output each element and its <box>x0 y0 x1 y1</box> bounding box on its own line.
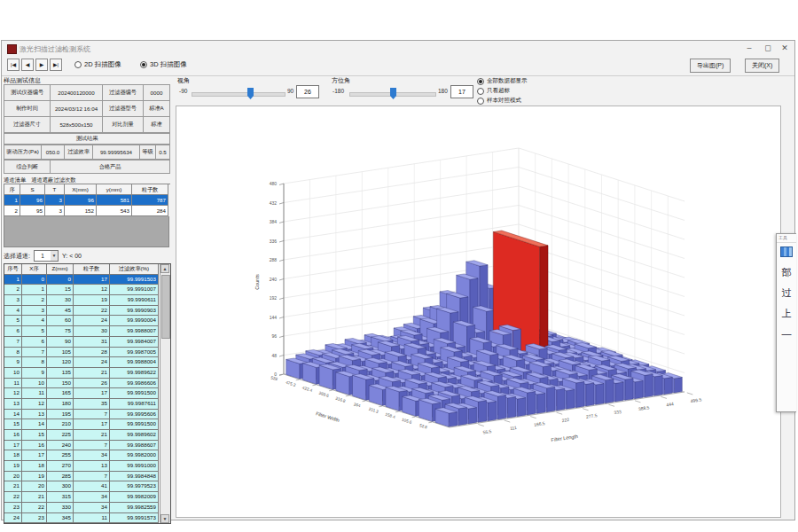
detail-cell: 270 <box>47 461 74 472</box>
detail-cell: 99.9990903 <box>110 306 159 317</box>
slider-thumb[interactable] <box>390 88 396 99</box>
svg-text:336: 336 <box>270 239 278 244</box>
detail-table-row[interactable]: 981202499.9988004 <box>4 357 160 368</box>
maximize-button[interactable]: ◻ <box>760 42 776 54</box>
detail-cell: 99.9987005 <box>110 348 159 358</box>
channel-select[interactable]: 1 ▼ <box>34 250 59 262</box>
scroll-up-icon[interactable]: ▲ <box>160 264 169 273</box>
detail-cell: 18 <box>22 461 47 472</box>
detail-table-row[interactable]: 19182701399.9991000 <box>4 461 160 472</box>
radio-only-exceed[interactable]: 只看超标 <box>477 87 510 95</box>
field-value: 528x500x150 <box>51 117 103 133</box>
svg-text:48: 48 <box>271 353 277 358</box>
result-title: 测试结果 <box>4 134 170 145</box>
detail-cell: 165 <box>47 388 74 399</box>
detail-table-row[interactable]: 23223303499.9982559 <box>4 503 160 513</box>
detail-table-row[interactable]: 76903199.9984007 <box>4 337 160 348</box>
detail-cell: 34 <box>74 450 110 461</box>
detail-cell: 99.9988007 <box>110 326 159 337</box>
minimize-button[interactable]: – <box>741 42 757 54</box>
radio-3d-label: 3D 扫描图像 <box>150 60 187 69</box>
field-value: 0000 <box>144 85 170 101</box>
svg-text:499.5: 499.5 <box>690 396 702 403</box>
slider-thumb[interactable] <box>247 88 254 99</box>
detail-table-row[interactable]: 12111651799.9991500 <box>4 388 160 399</box>
detail-table-row[interactable]: 871052899.9987005 <box>4 348 160 358</box>
detail-cell: 34 <box>74 492 110 503</box>
scrollbar-thumb[interactable] <box>161 275 170 339</box>
radio-compare-mode[interactable]: 样本对照模式 <box>477 97 521 105</box>
nav-prev-button[interactable]: ◀ <box>21 59 34 71</box>
detail-table-row[interactable]: 43452299.9990903 <box>4 306 160 317</box>
field-label: 过滤器编号 <box>103 85 144 101</box>
detail-table-row[interactable]: 24233451199.9991573 <box>4 513 160 524</box>
detail-table-row[interactable]: 1001799.9991503 <box>4 275 160 286</box>
radio-show-all[interactable]: 全部数据都显示 <box>477 77 528 85</box>
detail-cell: 17 <box>74 419 110 430</box>
detail-table-row[interactable]: 13121803599.9987611 <box>4 399 160 410</box>
detail-cell: 12 <box>4 388 22 399</box>
svg-text:384: 384 <box>270 219 278 224</box>
detail-table-row[interactable]: 32301999.9990611 <box>4 295 160 306</box>
detail-table-row[interactable]: 1091352199.9989622 <box>4 368 160 379</box>
detail-table-row[interactable]: 54602499.9990004 <box>4 316 160 326</box>
flyout-char: 部 <box>777 267 796 278</box>
channel-table-row[interactable]: 196396581787 <box>4 195 170 206</box>
svg-text:528: 528 <box>270 375 278 381</box>
field-value: 050.0 <box>42 145 65 160</box>
flyout-header: 工具 <box>777 234 796 243</box>
detail-table-row[interactable]: 11101502699.9986606 <box>4 379 160 389</box>
result-row: 驱动压力(Pa) 050.0 过滤效率 99.99995634 等级 0.5 <box>4 145 170 160</box>
nav-first-button[interactable]: |◀ <box>7 59 20 71</box>
detail-table-row[interactable]: 18172553499.9982000 <box>4 450 160 461</box>
detail-table-row[interactable]: 1716240799.9988607 <box>4 441 160 451</box>
detail-table-row[interactable]: 65753099.9988007 <box>4 326 160 337</box>
detail-table-row[interactable]: 1413195799.9995606 <box>4 410 160 420</box>
azimuth-slider[interactable] <box>349 92 436 97</box>
detail-cell: 99.9987611 <box>110 399 159 410</box>
detail-table-row[interactable]: 21203004199.9979523 <box>4 481 160 492</box>
elevation-slider[interactable] <box>192 92 286 97</box>
azimuth-value-box[interactable]: 17 <box>450 85 473 98</box>
detail-table-row[interactable]: 22213153499.9982009 <box>4 492 160 503</box>
detail-cell: 195 <box>47 410 74 420</box>
detail-cell: 4 <box>22 316 47 326</box>
radio-3d-scan[interactable]: 3D 扫描图像 <box>140 60 187 69</box>
field-value: 202400120000 <box>51 85 103 101</box>
channel-cell: S <box>20 184 45 195</box>
3d-histogram[interactable]: 0489614419224028833638443248055.5111166.… <box>176 106 778 515</box>
close-icon[interactable]: ✕ <box>777 42 793 54</box>
channel-table-row[interactable]: 2953152543284 <box>4 206 170 216</box>
detail-cell: Z(mm) <box>47 264 74 275</box>
side-flyout[interactable]: 工具 部 过 上 — <box>776 233 796 412</box>
channel-cell: 284 <box>132 206 168 216</box>
detail-cell: 24 <box>74 316 110 326</box>
detail-cell: 7 <box>74 472 110 482</box>
detail-cell: 20 <box>22 481 47 492</box>
detail-table-row[interactable]: 15142101799.9991500 <box>4 419 160 430</box>
scroll-down-icon[interactable]: ▼ <box>160 514 169 523</box>
detail-cell: 19 <box>22 472 47 482</box>
nav-last-button[interactable]: ▶| <box>50 59 62 71</box>
judge-row: 综合判断 合格产品 <box>4 160 170 174</box>
detail-cell: 99.9989602 <box>110 430 159 441</box>
detail-cell: 22 <box>74 306 110 317</box>
scrollbar[interactable]: ▲ ▼ <box>160 264 170 523</box>
svg-text:166.5: 166.5 <box>534 420 546 427</box>
nav-next-button[interactable]: ▶ <box>35 59 48 71</box>
radio-2d-scan[interactable]: 2D 扫描图像 <box>74 60 121 69</box>
radio-icon <box>477 98 484 105</box>
detail-cell: 13 <box>74 461 110 472</box>
detail-table-row[interactable]: 2019285799.9984848 <box>4 472 160 482</box>
detail-table-row[interactable]: 16152252199.9989602 <box>4 430 160 441</box>
channel-cell: 543 <box>97 206 132 216</box>
detail-table-row[interactable]: 21151299.9991007 <box>4 285 160 295</box>
elevation-value-box[interactable]: 26 <box>296 85 319 98</box>
svg-text:333: 333 <box>614 409 622 415</box>
close-button[interactable]: 关闭(X) <box>745 59 779 73</box>
detail-cell: 3 <box>22 306 47 317</box>
detail-cell: 14 <box>22 419 47 430</box>
export-image-button[interactable]: 导出图(P) <box>690 59 731 73</box>
svg-text:475.2: 475.2 <box>286 380 297 387</box>
svg-text:369.6: 369.6 <box>318 391 330 398</box>
